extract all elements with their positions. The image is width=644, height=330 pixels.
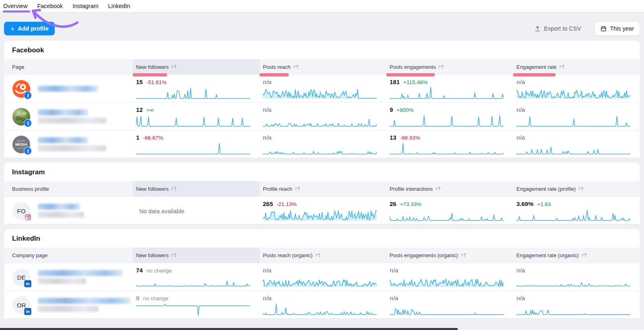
linkedin-card: LinkedInCompany pageNew followersPosts r… — [4, 229, 640, 318]
redacted-profile-name — [38, 137, 106, 151]
instagram-badge-icon — [24, 213, 32, 221]
column-label: Engagement rate — [516, 64, 557, 70]
export-csv-button[interactable]: Export to CSV — [532, 25, 583, 32]
metric-value: n/a — [516, 267, 525, 274]
metric-change: +800% — [396, 107, 413, 113]
redacted-profile-name — [38, 270, 122, 284]
date-range-label: This year — [610, 25, 634, 32]
sort-icon — [581, 252, 587, 258]
facebook-badge-icon: f — [24, 147, 32, 155]
instagram-table-header: Business profileNew followersProfile rea… — [4, 181, 640, 196]
metric-change: no change — [143, 295, 168, 301]
metric-cell: n/a — [260, 130, 386, 158]
trend-sparkline — [263, 141, 377, 156]
redacted-text-line — [38, 145, 106, 151]
sort-icon — [435, 186, 441, 192]
column-label: New followers — [136, 64, 169, 70]
column-header-posts-reach[interactable]: Posts reach — [260, 59, 386, 74]
metric-value: 181 — [390, 78, 400, 85]
metric-cell: n/a — [260, 103, 386, 130]
metric-value: 0 — [136, 295, 139, 301]
column-header-posts-reach-organic-[interactable]: Posts reach (organic) — [260, 248, 386, 263]
facebook-section-title: Facebook — [4, 41, 640, 59]
no-data-label: No data available — [136, 200, 250, 222]
trend-sparkline — [263, 85, 377, 100]
sort-icon — [293, 64, 299, 70]
redacted-text-line — [38, 109, 88, 116]
metric-change: +1.63 — [537, 201, 551, 207]
nav-tab-facebook[interactable]: Facebook — [37, 0, 63, 12]
profile-row[interactable]: f12+∞n/a9+800%n/a — [4, 102, 640, 130]
profile-row[interactable]: SOCIALMEDIAnews blogf1-66.67%n/a13-98.93… — [4, 130, 640, 158]
metric-cell: 12+∞ — [133, 103, 260, 130]
instagram-section-title: Instagram — [4, 163, 640, 181]
trend-sparkline — [516, 207, 630, 222]
sort-icon — [171, 252, 177, 258]
column-header-posts-engagements[interactable]: Posts engagements — [386, 59, 513, 74]
date-range-button[interactable]: This year — [594, 21, 640, 36]
redacted-profile-name — [38, 109, 106, 124]
add-profile-button[interactable]: + Add profile — [4, 22, 55, 35]
metric-cell: No data available — [133, 197, 260, 225]
sort-icon — [559, 64, 565, 70]
column-header-new-followers[interactable]: New followers — [133, 248, 260, 263]
redacted-text-line — [38, 212, 84, 218]
column-header-engagement-rate-organic-[interactable]: Engagement rate (organic) — [513, 248, 640, 263]
column-header-new-followers[interactable]: New followers — [133, 181, 260, 196]
profile-avatar: SOCIALMEDIAnews blogf — [12, 135, 31, 154]
sort-icon — [460, 252, 466, 258]
metric-cell: n/a — [386, 263, 513, 291]
trend-sparkline — [390, 207, 504, 222]
calendar-icon — [601, 26, 607, 32]
facebook-badge-icon: f — [24, 91, 32, 99]
redacted-text-line — [38, 278, 86, 284]
profile-avatar: DEin — [12, 268, 31, 287]
profile-row[interactable]: ORin0no changen/an/an/a — [4, 291, 640, 318]
column-header-engagement-rate-profile-[interactable]: Engagement rate (profile) — [513, 181, 640, 196]
column-header-posts-engagements-organic-[interactable]: Posts engagements (organic) — [386, 248, 513, 263]
nav-tab-instagram[interactable]: Instagram — [72, 0, 98, 12]
profile-row[interactable]: f15-51.61%n/a181+115.48%n/a — [4, 74, 640, 102]
annotation-underline — [3, 10, 30, 12]
report-sections: FacebookPageNew followersPosts reachPost… — [0, 41, 644, 318]
annotation-highlight-bar — [386, 73, 435, 76]
profile-entity-cell: ORin — [4, 291, 133, 319]
trend-sparkline — [390, 301, 504, 316]
profile-row[interactable]: FONo data available265-21.13%26+73.33%3.… — [4, 196, 640, 224]
column-label: New followers — [136, 186, 169, 192]
annotation-highlight-bar — [260, 73, 289, 76]
column-header-engagement-rate[interactable]: Engagement rate — [513, 59, 640, 74]
metric-change: no change — [147, 268, 172, 274]
metric-value: 1 — [136, 134, 139, 141]
metric-value: n/a — [263, 106, 272, 113]
metric-change: -66.67% — [143, 135, 163, 141]
metric-cell: 1-66.67% — [133, 130, 260, 158]
social-tracker-screen: { "colors": { "accent_blue": "#0e8ef2", … — [0, 0, 644, 330]
metric-value: n/a — [516, 78, 525, 85]
facebook-table-header: PageNew followersPosts reachPosts engage… — [4, 59, 640, 74]
column-label: Posts engagements (organic) — [390, 252, 458, 258]
profile-row[interactable]: DEin74no changen/an/an/a — [4, 263, 640, 291]
column-header-entity: Company page — [4, 248, 133, 263]
nav-tab-linkedin[interactable]: LinkedIn — [108, 0, 130, 12]
toolbar-right: Export to CSV This year — [532, 21, 640, 36]
sort-icon — [171, 186, 177, 192]
linkedin-table-header: Company pageNew followersPosts reach (or… — [4, 248, 640, 263]
metric-change: +∞ — [147, 107, 154, 113]
column-label: Posts engagements — [390, 64, 436, 70]
metric-cell: n/a — [513, 130, 640, 158]
trend-sparkline — [516, 274, 630, 289]
sort-icon — [295, 186, 301, 192]
column-header-new-followers[interactable]: New followers — [133, 59, 260, 74]
metric-value: 26 — [390, 200, 396, 207]
trend-sparkline — [263, 113, 377, 128]
trend-sparkline — [263, 274, 377, 289]
redacted-text-line — [38, 118, 106, 124]
metric-change: +115.48% — [403, 79, 427, 85]
add-profile-label: Add profile — [18, 25, 49, 32]
column-header-profile-reach[interactable]: Profile reach — [260, 181, 386, 196]
column-header-profile-interactions[interactable]: Profile interactions — [386, 181, 513, 196]
redacted-text-line — [38, 306, 98, 312]
linkedin-badge-icon: in — [24, 307, 32, 316]
facebook-card: FacebookPageNew followersPosts reachPost… — [4, 41, 640, 158]
